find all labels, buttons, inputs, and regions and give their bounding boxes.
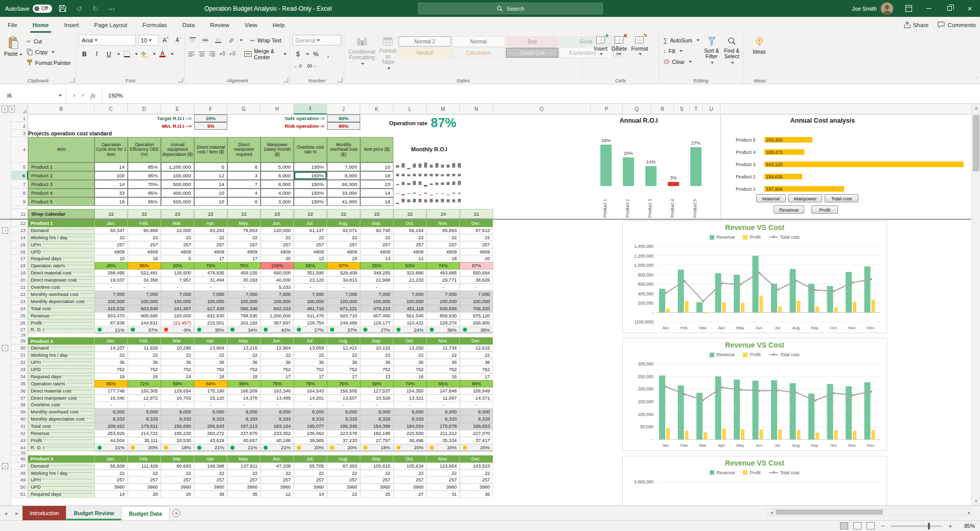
cell[interactable]: 80,693 bbox=[161, 463, 194, 470]
insert-cells-button[interactable]: + Insert bbox=[592, 35, 610, 57]
cell[interactable]: - bbox=[460, 402, 493, 409]
cell[interactable]: 23 bbox=[360, 209, 393, 219]
cell[interactable]: 20 bbox=[460, 256, 493, 263]
cell[interactable]: 97% bbox=[460, 262, 493, 269]
cell[interactable]: 249,489 bbox=[327, 319, 360, 327]
cell[interactable]: 20% bbox=[427, 444, 460, 451]
cell[interactable]: 154,350 bbox=[393, 387, 427, 395]
row-header[interactable]: 8 bbox=[11, 189, 28, 197]
column-header-N[interactable]: N bbox=[460, 104, 493, 114]
cell[interactable]: 12,250 bbox=[393, 344, 427, 352]
cell[interactable]: 257 bbox=[460, 241, 493, 248]
alignment-dialog-launcher-icon[interactable] bbox=[284, 78, 288, 82]
min-roi-value[interactable]: 5% bbox=[194, 122, 227, 130]
section-label[interactable]: UPD bbox=[28, 483, 95, 491]
month-header-cell[interactable]: Oct. bbox=[393, 337, 427, 344]
sheet-tab-budget-review[interactable]: Budget Review bbox=[66, 506, 122, 520]
vertical-scroll-thumb[interactable] bbox=[973, 115, 979, 171]
cell[interactable]: 21% bbox=[95, 327, 128, 334]
row-header[interactable]: 11 bbox=[11, 209, 28, 219]
cell[interactable]: 7,000 bbox=[95, 291, 128, 298]
risk-operation-label[interactable]: Risk operation--> bbox=[227, 122, 327, 130]
tab-review[interactable]: Review bbox=[202, 17, 237, 33]
cell[interactable]: 22 bbox=[327, 491, 360, 498]
cell[interactable]: 36% bbox=[427, 327, 460, 334]
cell[interactable]: 37% bbox=[327, 327, 360, 334]
cell[interactable]: 13 bbox=[360, 256, 393, 263]
cell[interactable]: 22 bbox=[327, 470, 360, 477]
cell[interactable]: 50,347 bbox=[95, 227, 128, 234]
cell[interactable]: 40,000 bbox=[261, 276, 294, 284]
cell[interactable]: 4809 bbox=[95, 248, 128, 256]
cell[interactable]: 14 bbox=[95, 163, 128, 171]
safe-operation-label[interactable]: Safe operation--> bbox=[227, 114, 327, 122]
month-header-cell[interactable]: Apr. bbox=[194, 455, 227, 463]
section-label[interactable]: R. O. I bbox=[28, 327, 95, 334]
cell[interactable]: 611,470 bbox=[294, 312, 327, 319]
cell[interactable]: - bbox=[194, 402, 227, 409]
column-header-H[interactable]: H bbox=[261, 104, 294, 114]
cell[interactable]: 481,716 bbox=[294, 305, 327, 312]
cell[interactable]: 85,893 bbox=[427, 227, 460, 234]
cell[interactable]: 7,000 bbox=[393, 291, 427, 298]
style-normal[interactable]: Normal bbox=[452, 36, 505, 47]
cell[interactable]: 3960 bbox=[194, 483, 227, 491]
cell[interactable]: 21% bbox=[95, 444, 128, 451]
cell[interactable]: 752 bbox=[194, 366, 227, 373]
cell[interactable]: 11,697 bbox=[427, 395, 460, 402]
section-label[interactable]: Demand bbox=[28, 344, 95, 352]
cost-table-product-name[interactable]: Product 4 bbox=[28, 189, 95, 197]
bold-button[interactable]: B bbox=[79, 49, 90, 59]
cell[interactable]: 13,485 bbox=[261, 395, 294, 402]
cell[interactable]: 179,611 bbox=[128, 423, 161, 430]
quick-access-customize-icon[interactable]: ⋯ bbox=[106, 3, 118, 14]
cell[interactable]: 3960 bbox=[460, 483, 493, 491]
share-button[interactable]: Share bbox=[904, 21, 929, 28]
month-header-cell[interactable]: Sep. bbox=[360, 337, 393, 344]
cell[interactable]: 22 bbox=[227, 209, 261, 219]
section-header-product-3[interactable]: Product 3 bbox=[28, 455, 95, 463]
cost-table-header[interactable]: Direct material cost / Item ($) bbox=[194, 137, 227, 163]
cell[interactable]: 220,000 bbox=[161, 312, 194, 319]
cell[interactable]: 596,348 bbox=[227, 305, 261, 312]
cell[interactable]: 560,694 bbox=[460, 269, 493, 276]
cell[interactable]: - bbox=[194, 284, 227, 291]
accounting-format-icon[interactable]: $ bbox=[292, 49, 304, 59]
cell[interactable]: 154,399 bbox=[360, 423, 393, 430]
cell[interactable]: 47,208 bbox=[261, 463, 294, 470]
cell[interactable]: 257 bbox=[393, 241, 427, 248]
row-header[interactable]: 14 bbox=[11, 234, 28, 241]
cell[interactable]: 35 bbox=[227, 491, 261, 498]
column-header-C[interactable]: C bbox=[95, 104, 128, 114]
cell[interactable]: 233,352 bbox=[261, 430, 294, 437]
cell[interactable]: 478,223 bbox=[360, 305, 393, 312]
chart-filter-button-profit[interactable]: Profit bbox=[811, 205, 838, 214]
cell[interactable]: 22 bbox=[460, 352, 493, 359]
cell[interactable]: 357,667 bbox=[261, 319, 294, 327]
month-header-cell[interactable]: Jun. bbox=[261, 220, 294, 227]
cell[interactable]: 27% bbox=[360, 327, 393, 334]
row-header[interactable]: 23 bbox=[11, 298, 28, 305]
cell[interactable]: 100,000 bbox=[161, 171, 194, 180]
cell[interactable]: 257 bbox=[261, 477, 294, 484]
cell[interactable]: 22 bbox=[161, 352, 194, 359]
column-header-K[interactable]: K bbox=[360, 104, 393, 114]
cell[interactable]: 189,653 bbox=[460, 423, 493, 430]
cell[interactable]: 27 bbox=[393, 491, 427, 498]
cell[interactable]: 752 bbox=[327, 366, 360, 373]
month-header-cell[interactable]: Jan. bbox=[95, 455, 128, 463]
row-header[interactable]: 16 bbox=[11, 248, 28, 256]
column-header-F[interactable]: F bbox=[194, 104, 227, 114]
cell[interactable]: 34,813 bbox=[327, 276, 360, 284]
cell[interactable]: - bbox=[294, 402, 327, 409]
ribbon-display-options-icon[interactable] bbox=[898, 0, 919, 17]
increase-decimal-icon[interactable]: ←.0 bbox=[292, 60, 304, 71]
cell[interactable]: 22 bbox=[327, 352, 360, 359]
month-header-cell[interactable]: Apr. bbox=[194, 337, 227, 344]
row-header[interactable]: 7 bbox=[11, 180, 28, 189]
cell[interactable]: 36 bbox=[393, 359, 427, 366]
cell[interactable]: 7 bbox=[227, 180, 261, 189]
cell[interactable]: 14,107 bbox=[95, 344, 128, 352]
column-header-O[interactable]: O bbox=[493, 104, 591, 114]
outline-collapse-button[interactable]: − bbox=[2, 463, 8, 469]
